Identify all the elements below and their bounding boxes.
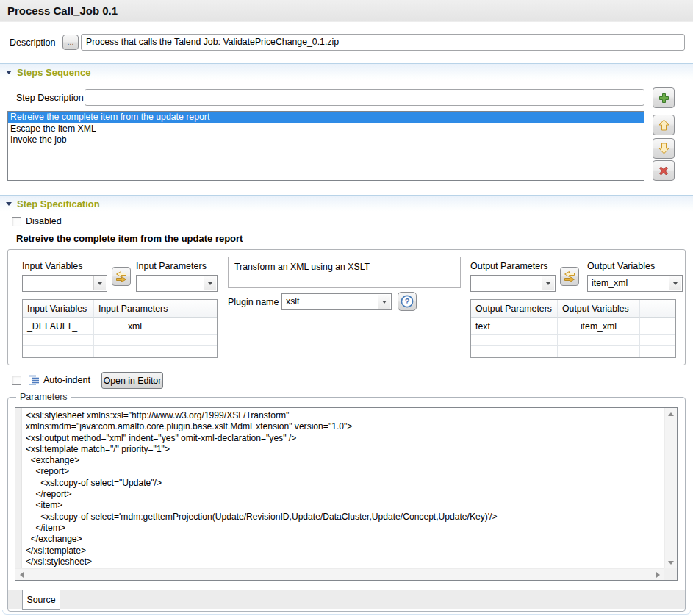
plugin-name-value: xslt	[286, 294, 376, 309]
tab-source-label: Source	[27, 595, 56, 605]
table-cell[interactable]	[23, 346, 94, 357]
step-list-item[interactable]: Retreive the complete item from the upda…	[8, 112, 644, 123]
table-cell[interactable]	[23, 335, 94, 346]
plugin-help-button[interactable]: ?	[398, 292, 417, 311]
step-list-item[interactable]: Escape the item XML	[8, 123, 644, 135]
input-parameters-select[interactable]	[136, 275, 218, 292]
steps-sequence-title: Steps Sequence	[17, 67, 90, 78]
vertical-scrollbar[interactable]	[664, 408, 677, 568]
table-cell[interactable]	[558, 335, 640, 346]
section-collapse-icon[interactable]	[6, 202, 12, 206]
table-cell[interactable]	[640, 318, 675, 335]
auto-indent-checkbox[interactable]	[12, 376, 21, 385]
help-icon: ?	[400, 294, 414, 309]
xslt-source-code[interactable]: <xsl:stylesheet xmlns:xsl="http://www.w3…	[26, 410, 664, 567]
scrollbar-corner	[664, 568, 677, 580]
plugin-name-label: Plugin name	[228, 297, 279, 307]
table-cell[interactable]	[640, 346, 675, 357]
description-input[interactable]: Process that calls the Talend Job: Valid…	[81, 34, 685, 51]
scroll-left-button[interactable]	[15, 569, 28, 581]
column-header: Input Parameters	[94, 300, 176, 318]
column-header: Output Variables	[558, 300, 640, 318]
triangle-down-icon	[668, 561, 674, 565]
tab-source[interactable]: Source	[22, 590, 60, 610]
scroll-up-button[interactable]	[664, 408, 677, 420]
move-step-down-button[interactable]	[653, 138, 675, 159]
current-step-title: Retreive the complete item from the upda…	[16, 233, 243, 244]
editor-gutter	[15, 408, 22, 568]
column-header: Input Variables	[23, 300, 94, 318]
swap-arrows-icon	[115, 271, 128, 283]
output-parameters-label: Output Parameters	[470, 261, 548, 271]
page-title: Process Call_Job 0.1	[7, 0, 118, 22]
step-list-item[interactable]: Invoke the job	[8, 135, 644, 146]
dropdown-button[interactable]	[378, 295, 390, 309]
dropdown-button[interactable]	[204, 276, 216, 290]
description-browse-button[interactable]: ...	[62, 35, 79, 50]
dropdown-button[interactable]	[93, 276, 106, 290]
table-cell[interactable]	[176, 318, 217, 335]
input-parameters-label: Input Parameters	[136, 261, 207, 271]
table-cell[interactable]	[94, 346, 176, 357]
table-cell[interactable]	[176, 335, 217, 346]
step-description-label: Step Description	[16, 93, 84, 103]
arrow-down-icon	[658, 143, 669, 154]
description-value: Process that calls the Talend Job: Valid…	[86, 37, 339, 47]
table-cell[interactable]: text	[471, 318, 558, 335]
chevron-down-icon	[208, 282, 212, 285]
dropdown-button[interactable]	[542, 276, 554, 290]
section-collapse-icon[interactable]	[6, 71, 12, 74]
open-in-editor-button[interactable]: Open in Editor	[101, 372, 163, 389]
input-variables-label: Input Variables	[22, 261, 82, 271]
ellipsis-icon: ...	[68, 38, 73, 46]
chevron-down-icon	[98, 282, 102, 285]
chevron-down-icon	[546, 282, 550, 285]
table-cell[interactable]	[176, 346, 217, 357]
description-label: Description	[10, 37, 56, 48]
table-cell[interactable]	[558, 346, 640, 357]
parameters-group-label: Parameters	[16, 392, 71, 402]
steps-sequence-section-header[interactable]: Steps Sequence	[0, 63, 693, 80]
table-cell[interactable]: item_xml	[558, 318, 640, 335]
output-variables-label: Output Variables	[587, 261, 655, 271]
question-mark-glyph: ?	[405, 297, 410, 306]
table-cell[interactable]	[471, 346, 558, 357]
editor-tab-strip	[8, 590, 685, 609]
horizontal-scrollbar[interactable]	[15, 568, 664, 580]
open-in-editor-label: Open in Editor	[104, 376, 162, 386]
scroll-right-button[interactable]	[652, 569, 664, 581]
column-header	[640, 300, 675, 318]
disabled-checkbox[interactable]	[12, 217, 21, 226]
disabled-label: Disabled	[26, 216, 62, 226]
plugin-description-text: Transform an XML using an XSLT	[234, 262, 370, 272]
indent-lines-icon	[28, 375, 40, 385]
dropdown-button[interactable]	[669, 276, 681, 290]
triangle-right-icon	[656, 572, 660, 578]
table-cell[interactable]: xml	[94, 318, 176, 335]
table-cell[interactable]	[94, 335, 176, 346]
table-cell[interactable]: _DEFAULT_	[23, 318, 94, 335]
add-step-button[interactable]	[653, 87, 675, 108]
auto-indent-label: Auto-indent	[43, 375, 90, 385]
move-step-up-button[interactable]	[653, 115, 675, 135]
output-map-button[interactable]	[560, 267, 579, 286]
plus-icon	[658, 93, 669, 104]
input-mapping-table: Input Variables Input Parameters _DEFAUL…	[22, 299, 218, 358]
table-cell[interactable]	[471, 335, 558, 346]
plugin-name-select[interactable]: xslt	[281, 293, 392, 310]
input-map-button[interactable]	[112, 267, 131, 286]
parameters-code-editor[interactable]: <xsl:stylesheet xmlns:xsl="http://www.w3…	[15, 407, 678, 581]
scroll-down-button[interactable]	[664, 556, 677, 568]
input-variables-select[interactable]	[22, 275, 107, 292]
table-cell[interactable]	[640, 335, 675, 346]
steps-list[interactable]: Retreive the complete item from the upda…	[7, 111, 644, 181]
step-description-input[interactable]	[85, 89, 644, 106]
chevron-down-icon	[673, 282, 678, 285]
plugin-description-box: Transform an XML using an XSLT	[228, 257, 461, 288]
output-parameters-select[interactable]	[470, 275, 556, 292]
output-variables-select[interactable]: item_xml	[587, 275, 683, 292]
triangle-up-icon	[668, 412, 674, 416]
editor-title-bar: Process Call_Job 0.1	[0, 0, 693, 22]
delete-step-button[interactable]	[653, 160, 675, 181]
step-specification-section-header[interactable]: Step Specification	[0, 195, 693, 212]
